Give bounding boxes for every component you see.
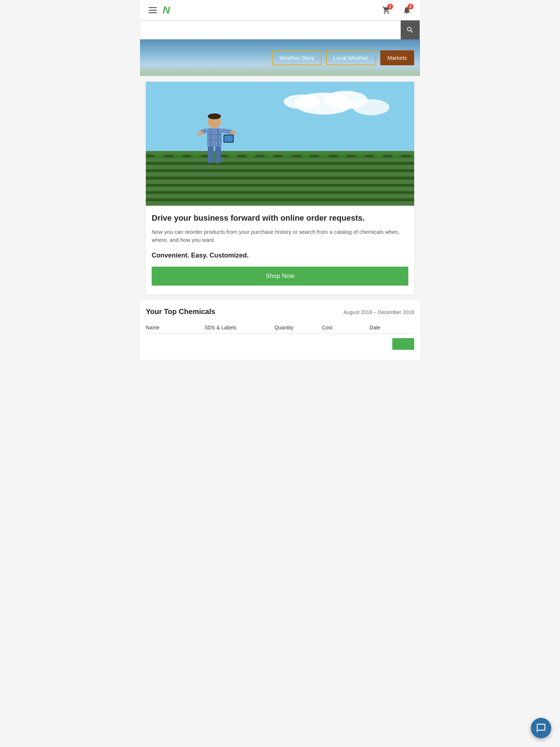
svg-point-17 — [227, 152, 238, 158]
card-content: Drive your business forward with online … — [146, 206, 414, 294]
svg-point-13 — [154, 152, 165, 158]
svg-point-26 — [391, 152, 402, 158]
svg-point-4 — [353, 99, 389, 115]
markets-button[interactable]: Markets — [380, 50, 414, 65]
svg-rect-42 — [224, 135, 233, 142]
search-bar — [140, 20, 420, 39]
menu-button[interactable] — [146, 4, 160, 16]
chemicals-section: Your Top Chemicals August 2018 – Decembe… — [140, 300, 420, 360]
date-range: August 2018 – December 2018 — [343, 309, 414, 315]
header: N 2 2 — [140, 0, 420, 20]
logo-letter: N — [163, 4, 170, 16]
svg-rect-40 — [215, 147, 221, 163]
svg-rect-11 — [146, 191, 414, 194]
hamburger-line-3 — [149, 12, 157, 13]
svg-rect-12 — [146, 198, 414, 201]
hero-tagline: Convenient. Easy. Customized. — [152, 252, 408, 259]
svg-rect-9 — [146, 177, 414, 179]
chemicals-title: Your Top Chemicals — [146, 307, 215, 316]
svg-rect-30 — [207, 128, 222, 147]
svg-rect-10 — [146, 184, 414, 187]
svg-point-18 — [245, 152, 256, 158]
row-action-button[interactable] — [392, 338, 414, 350]
svg-point-20 — [282, 152, 293, 158]
cart-badge: 2 — [387, 4, 393, 9]
hero-image — [146, 82, 414, 206]
col-sds: SDS & Labels — [205, 325, 272, 330]
header-icons: 2 2 — [379, 3, 414, 18]
col-quantity: Quantity — [275, 325, 319, 330]
svg-point-22 — [318, 152, 329, 158]
notifications-button[interactable]: 2 — [400, 3, 414, 18]
shop-now-button[interactable]: Shop Now — [152, 267, 408, 286]
hero-headline: Drive your business forward with online … — [152, 213, 408, 224]
bell-badge: 2 — [408, 4, 413, 9]
search-button[interactable] — [401, 20, 420, 39]
svg-point-15 — [191, 152, 202, 158]
local-weather-button[interactable]: Local Weather — [326, 50, 376, 65]
farm-illustration — [146, 82, 414, 206]
svg-point-29 — [208, 113, 221, 119]
svg-point-24 — [355, 152, 366, 158]
hamburger-line-1 — [149, 7, 157, 8]
search-input[interactable] — [140, 21, 401, 39]
table-row-partial — [146, 334, 414, 355]
logo: N — [163, 5, 170, 15]
hero-subtext: Now you can reorder products from your p… — [152, 228, 408, 244]
search-icon — [406, 26, 414, 34]
svg-point-19 — [264, 152, 275, 158]
svg-point-23 — [337, 152, 347, 158]
svg-point-25 — [373, 152, 384, 158]
weather-story-button[interactable]: Weather Story — [272, 50, 322, 65]
main-card: Drive your business forward with online … — [146, 82, 414, 294]
col-cost: Cost — [322, 325, 366, 330]
svg-point-14 — [172, 152, 183, 158]
chemicals-header: Your Top Chemicals August 2018 – Decembe… — [146, 307, 414, 316]
cart-button[interactable]: 2 — [379, 3, 394, 18]
svg-point-21 — [300, 152, 311, 158]
svg-rect-7 — [146, 162, 414, 165]
hamburger-line-2 — [149, 10, 157, 11]
svg-rect-0 — [146, 82, 414, 155]
weather-banner: Weather Story Local Weather Markets — [140, 39, 420, 76]
svg-point-3 — [284, 94, 320, 109]
col-date: Date — [370, 325, 414, 330]
table-header: Name SDS & Labels Quantity Cost Date — [146, 322, 414, 334]
svg-rect-39 — [208, 147, 214, 163]
col-name: Name — [146, 325, 202, 330]
svg-rect-8 — [146, 169, 414, 172]
